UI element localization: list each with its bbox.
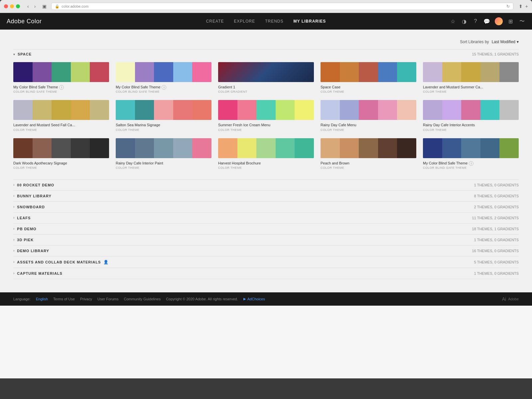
url-text: color.adobe.com: [62, 4, 88, 8]
chevron-right-icon: ›: [13, 271, 14, 275]
moon-icon[interactable]: ◑: [461, 18, 467, 25]
chevron-right-icon: ›: [13, 249, 14, 252]
color-strip-4: [276, 138, 295, 158]
swatch-color-blind-safe-3[interactable]: My Color Blind Safe Theme COLOR BLIND SA…: [423, 138, 519, 169]
privacy-link[interactable]: Privacy: [80, 297, 92, 301]
share-button[interactable]: ⬆: [519, 4, 523, 9]
language-link[interactable]: English: [36, 297, 48, 301]
swatch-rainy-day-paint[interactable]: Rainy Day Cafe Interior Paint COLOR THEM…: [116, 138, 211, 169]
library-rocket-demo[interactable]: › 00 ROCKET DEMO 1 THEMES, 0 GRADIENTS: [13, 179, 519, 190]
swatch-rainy-day-interior[interactable]: Rainy Day Cafe Interior Accents COLOR TH…: [423, 100, 519, 131]
grid-icon[interactable]: ⊞: [507, 18, 514, 25]
color-strip-2: [340, 62, 359, 82]
swatch-subtitle: COLOR GRADIENT: [218, 90, 247, 93]
swatch-color-blind-safe-1[interactable]: My Color Blind Safe Theme COLOR BLIND SA…: [13, 62, 109, 93]
swatch-title: My Color Blind Safe Theme: [116, 85, 160, 89]
color-strip-3: [154, 62, 173, 82]
sort-value: Last Modified: [492, 40, 515, 44]
library-leafs[interactable]: › LEAFS 11 THEMES, 2 GRADIENTS: [13, 212, 519, 223]
address-bar[interactable]: 🔒 color.adobe.com ↻: [51, 3, 513, 10]
library-pb-demo[interactable]: › PB DEMO 18 THEMES, 1 GRADIENTS: [13, 223, 519, 234]
header-icons: ☆ ◑ ? 💬 ⊞ 〜: [450, 17, 525, 25]
swatch-lavender-mustard-fall[interactable]: Lavender and Mustard Seed Fall Ca... COL…: [13, 100, 109, 131]
library-name: CAPTURE MATERIALS: [17, 271, 63, 275]
info-icon[interactable]: i: [469, 161, 473, 166]
library-capture[interactable]: › CAPTURE MATERIALS 1 THEMES, 0 GRADIENT…: [13, 268, 519, 279]
nav-my-libraries[interactable]: MY LIBRARIES: [294, 18, 326, 25]
swatch-peach-brown[interactable]: Peach and Brown COLOR THEME: [321, 138, 416, 169]
avatar[interactable]: [495, 17, 503, 25]
swatch-subtitle: COLOR BLIND SAFE THEME: [116, 90, 160, 93]
color-strip-2: [442, 100, 462, 120]
maximize-button[interactable]: [16, 4, 20, 8]
swatch-space-case[interactable]: Space Case COLOR THEME: [321, 62, 416, 93]
color-strip-1: [321, 62, 340, 82]
color-strip-1: [423, 100, 442, 120]
swatch-title-row: Peach and Brown COLOR THEME: [321, 161, 416, 169]
swatch-title-row: My Color Blind Safe Theme COLOR BLIND SA…: [116, 85, 211, 93]
color-strip-1: [218, 138, 237, 158]
sort-select[interactable]: Last Modified ▾: [492, 40, 519, 44]
community-guidelines-link[interactable]: Community Guidelines: [124, 297, 161, 301]
view-toggle-button[interactable]: ▣: [40, 3, 49, 10]
library-3d-piek[interactable]: › 3D PIEK 1 THEMES, 0 GRADIENTS: [13, 234, 519, 245]
close-button[interactable]: [4, 4, 8, 8]
swatch-harvest-hospital[interactable]: Harvest Hospital Brochure COLOR THEME: [218, 138, 314, 169]
adobe-logo-icon: Ai: [502, 296, 506, 302]
swatch-subtitle: COLOR THEME: [423, 90, 483, 93]
star-icon[interactable]: ☆: [450, 18, 456, 25]
ad-choices-icon: ▶: [243, 297, 246, 301]
swatch-summer-fresh[interactable]: Summer Fresh Ice Cream Menu COLOR THEME: [218, 100, 314, 131]
color-strip-5: [295, 100, 314, 120]
color-strip-3: [461, 100, 480, 120]
color-strip-4: [276, 100, 295, 120]
library-name: 3D PIEK: [17, 238, 34, 242]
nav-explore[interactable]: EXPLORE: [234, 18, 255, 25]
library-assets-collab[interactable]: › ASSETS AND COLLAB DECK MATERIALS 👤 5 T…: [13, 256, 519, 268]
wavy-icon[interactable]: 〜: [519, 18, 525, 25]
swatch-title-row: Rainy Day Cafe Menu COLOR THEME: [321, 123, 416, 131]
terms-link[interactable]: Terms of Use: [53, 297, 75, 301]
swatch-salton-sea[interactable]: Salton Sea Marina Signage COLOR THEME: [116, 100, 211, 131]
color-strip-5: [192, 138, 211, 158]
back-button[interactable]: ‹: [25, 3, 31, 10]
library-count: 1 THEMES, 0 GRADIENTS: [474, 183, 519, 187]
chevron-right-icon: ›: [13, 183, 14, 187]
reload-icon[interactable]: ↻: [506, 4, 510, 9]
library-name: SNOWBOARD: [17, 205, 45, 209]
new-tab-button[interactable]: +: [525, 4, 528, 9]
library-count: 8 THEMES, 0 GRADIENTS: [474, 194, 519, 198]
color-strip-2: [237, 100, 257, 120]
swatch-title-row: Rainy Day Cafe Interior Accents COLOR TH…: [423, 123, 519, 131]
forward-button[interactable]: ›: [32, 3, 38, 10]
swatch-dark-woods[interactable]: Dark Woods Apothecary Signage COLOR THEM…: [13, 138, 109, 169]
color-strip-5: [397, 62, 416, 82]
app-header: Adobe Color CREATE EXPLORE TRENDS MY LIB…: [0, 13, 532, 30]
library-snowboard[interactable]: › SNOWBOARD 2 THEMES, 0 GRADIENTS: [13, 201, 519, 212]
app-logo: Adobe Color: [7, 18, 42, 25]
user-forums-link[interactable]: User Forums: [97, 297, 119, 301]
library-bunny[interactable]: › BUNNY LIBRARY 8 THEMES, 0 GRADIENTS: [13, 190, 519, 201]
chevron-down-icon: ▾: [13, 52, 15, 56]
nav-trends[interactable]: TRENDS: [265, 18, 283, 25]
swatch-title: Dark Woods Apothecary Signage: [13, 161, 67, 165]
swatch-preview: [321, 62, 416, 82]
speech-icon[interactable]: 💬: [483, 18, 490, 25]
library-demo[interactable]: › DEMO LIBRARY 16 THEMES, 0 GRADIENTS: [13, 245, 519, 256]
swatch-rainy-day-menu[interactable]: Rainy Day Cafe Menu COLOR THEME: [321, 100, 416, 131]
swatch-preview: [423, 138, 519, 158]
color-strip-2: [135, 62, 154, 82]
ad-choices[interactable]: ▶ AdChoices: [243, 297, 265, 301]
chevron-right-icon: ›: [13, 227, 14, 231]
nav-create[interactable]: CREATE: [206, 18, 224, 25]
color-strip-3: [52, 62, 71, 82]
help-icon[interactable]: ?: [472, 18, 479, 25]
swatch-lavender-mustard-summer[interactable]: Lavender and Mustard Summer Ca... COLOR …: [423, 62, 519, 93]
swatch-color-blind-safe-2[interactable]: My Color Blind Safe Theme COLOR BLIND SA…: [116, 62, 211, 93]
swatch-gradient-1[interactable]: Gradient 1 COLOR GRADIENT: [218, 62, 314, 93]
info-icon[interactable]: i: [162, 85, 166, 90]
swatch-title-row: Space Case COLOR THEME: [321, 85, 416, 93]
minimize-button[interactable]: [10, 4, 14, 8]
info-icon[interactable]: i: [59, 85, 64, 90]
space-library-header[interactable]: ▾ SPACE 15 THEMES, 1 GRADIENTS: [13, 49, 519, 59]
